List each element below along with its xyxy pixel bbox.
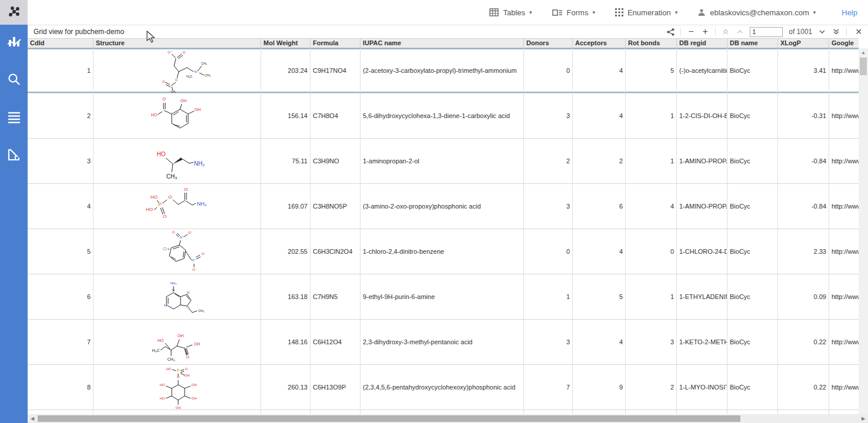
- table-row[interactable]: 3HONH₂CH₃75.11C3H9NO1-aminopropan-2-ol22…: [28, 139, 859, 184]
- sidebar-item-search[interactable]: [5, 70, 23, 88]
- column-header-xlogp[interactable]: XLogP: [778, 39, 829, 48]
- grid-header-row: CdIdStructureMol WeightFormulaIUPAC name…: [28, 38, 859, 48]
- first-record-button[interactable]: [722, 27, 730, 36]
- column-header-db_name[interactable]: DB name: [727, 39, 778, 48]
- cell-cdid: 2: [28, 93, 94, 138]
- table-row[interactable]: 4HOHOPOOONH₂169.07C3H8NO5P(3-amino-2-oxo…: [28, 184, 859, 229]
- scroll-up-arrow[interactable]: ▲: [859, 48, 868, 56]
- cell-cdid: 6: [28, 274, 94, 319]
- horizontal-scroll-thumb[interactable]: [38, 415, 740, 422]
- cell-acceptors: 5: [573, 274, 626, 319]
- table-row[interactable]: 7H₃CCH₃HOOHOOH148.16C6H12O42,3-dihydroxy…: [28, 320, 859, 365]
- cell-iupac_name: (2-acetoxy-3-carboxylato-propyl)-trimeth…: [360, 48, 524, 93]
- cell-acceptors: 2: [573, 139, 626, 183]
- cell-cdid: 1: [28, 48, 94, 93]
- cell-rot_bonds: 1: [626, 93, 677, 138]
- cell-structure: HONH₂CH₃: [94, 139, 261, 183]
- enumeration-menu[interactable]: Enumeration ▾: [615, 8, 677, 17]
- horizontal-scrollbar[interactable]: ◀ ▶: [28, 414, 868, 423]
- last-record-button[interactable]: [832, 27, 840, 36]
- column-header-google[interactable]: Google: [829, 39, 859, 48]
- column-header-db_regid[interactable]: DB regid: [677, 39, 727, 48]
- sidebar-item-list[interactable]: [5, 108, 23, 126]
- svg-text:CH₃: CH₃: [171, 90, 176, 93]
- cell-rot_bonds: 1: [626, 274, 677, 319]
- column-header-formula[interactable]: Formula: [311, 39, 360, 48]
- cell-google: http://www: [829, 229, 859, 274]
- cell-google: http://www: [829, 48, 859, 93]
- column-header-iupac_name[interactable]: IUPAC name: [360, 39, 524, 48]
- svg-text:HO: HO: [151, 194, 158, 200]
- column-header-donors[interactable]: Donors: [524, 39, 573, 48]
- svg-text:N⁺: N⁺: [194, 70, 199, 73]
- cell-structure: H₃CCH₃HOOHOOH: [94, 320, 261, 364]
- svg-text:O⁻: O⁻: [192, 268, 197, 271]
- tables-menu[interactable]: Tables ▾: [489, 8, 532, 17]
- cell-xlogp: -0.31: [778, 93, 829, 138]
- molecule-structure: HONH₂CH₃: [130, 139, 224, 183]
- cell-db_regid: 1-AMINO-PROPAN: [677, 184, 727, 229]
- cell-iupac_name: 1-chloro-2,4-dinitro-benzene: [360, 229, 524, 274]
- user-menu[interactable]: eblaskovics@chemaxon.com ▾: [697, 8, 816, 17]
- top-menubar: Tables ▾ Forms ▾ Enumeration ▾: [28, 0, 868, 25]
- svg-text:NH₂: NH₂: [197, 201, 207, 207]
- svg-text:CH₃: CH₃: [198, 309, 204, 313]
- svg-text:O: O: [184, 187, 188, 192]
- column-header-mol_weight[interactable]: Mol Weight: [261, 39, 311, 48]
- scroll-left-arrow[interactable]: ◀: [28, 414, 37, 423]
- cell-iupac_name: (3-amino-2-oxo-propoxy)phosphonic acid: [360, 184, 524, 229]
- cell-structure: NNNNNH₂CH₃: [94, 274, 261, 319]
- molecule-logo-icon: [7, 5, 21, 19]
- cell-acceptors: 4: [573, 229, 626, 274]
- cell-db_regid: 1-L-MYO-INOSITO: [677, 365, 727, 409]
- svg-text:N: N: [187, 291, 189, 294]
- help-link[interactable]: Help: [842, 8, 857, 17]
- table-row[interactable]: 5ClN⁺O⁻ON⁺OO⁻202.55C6H3ClN2O41-chloro-2,…: [28, 229, 859, 274]
- close-view-button[interactable]: ✕: [853, 27, 864, 36]
- svg-text:O⁻: O⁻: [188, 231, 193, 234]
- cell-mol_weight: 203.24: [261, 48, 311, 93]
- sidebar-item-export[interactable]: [5, 146, 23, 163]
- vertical-scrollbar[interactable]: ▲ ▼: [859, 48, 868, 423]
- column-header-acceptors[interactable]: Acceptors: [573, 39, 626, 48]
- table-row[interactable]: 6NNNNNH₂CH₃163.18C7H9N59-ethyl-9H-purin-…: [28, 274, 859, 320]
- svg-text:O: O: [202, 252, 205, 256]
- next-record-button[interactable]: [818, 27, 826, 36]
- zoom-in-button[interactable]: +: [701, 27, 709, 36]
- table-row[interactable]: 2OHOHOHO156.14C7H8O45,6-dihydroxycyclohe…: [28, 93, 859, 139]
- cell-formula: C7H8O4: [311, 93, 360, 138]
- cell-mol_weight: 260.13: [261, 365, 311, 409]
- svg-text:H₃C: H₃C: [152, 348, 160, 352]
- svg-text:NH₂: NH₂: [171, 281, 178, 285]
- table-row[interactable]: 8OPHOOOHOHOHHOHOOH260.13C6H13O9P(2,3,4,5…: [28, 365, 859, 410]
- cell-db_name: BioCyc: [727, 274, 778, 319]
- cell-donors: 3: [524, 184, 573, 229]
- cell-donors: 1: [524, 274, 573, 319]
- table-icon: [489, 8, 499, 16]
- cell-db_name: BioCyc: [727, 139, 778, 183]
- vertical-scroll-thumb[interactable]: [860, 58, 867, 75]
- app-window: Tables ▾ Forms ▾ Enumeration ▾: [0, 0, 868, 423]
- share-button[interactable]: [666, 27, 675, 36]
- column-header-cdid[interactable]: CdId: [28, 39, 94, 48]
- molecule-structure: O⁻ON⁺CH₃CH₃H₃COOCH₃: [130, 48, 224, 93]
- record-number-input[interactable]: [750, 27, 783, 37]
- chart-icon: [6, 34, 22, 49]
- column-header-structure[interactable]: Structure: [94, 39, 261, 48]
- cell-iupac_name: 5,6-dihydroxycyclohexa-1,3-diene-1-carbo…: [360, 93, 524, 138]
- cell-formula: C6H13O9P: [311, 365, 360, 409]
- zoom-out-button[interactable]: −: [687, 27, 695, 36]
- list-icon: [7, 110, 21, 124]
- sidebar-item-analysis[interactable]: [5, 33, 23, 51]
- forms-menu[interactable]: Forms ▾: [552, 8, 595, 17]
- cell-formula: C7H9N5: [311, 274, 360, 319]
- cell-donors: 0: [524, 48, 573, 93]
- scroll-right-arrow[interactable]: ▶: [859, 414, 868, 423]
- table-row[interactable]: 1O⁻ON⁺CH₃CH₃H₃COOCH₃203.24C9H17NO4(2-ace…: [28, 48, 859, 93]
- app-logo[interactable]: [0, 0, 28, 25]
- previous-record-button[interactable]: [736, 27, 744, 36]
- column-header-rot_bonds[interactable]: Rot bonds: [626, 39, 677, 48]
- svg-text:CH₃: CH₃: [168, 357, 175, 361]
- cell-xlogp: -0.84: [778, 184, 829, 229]
- svg-text:O: O: [172, 230, 175, 234]
